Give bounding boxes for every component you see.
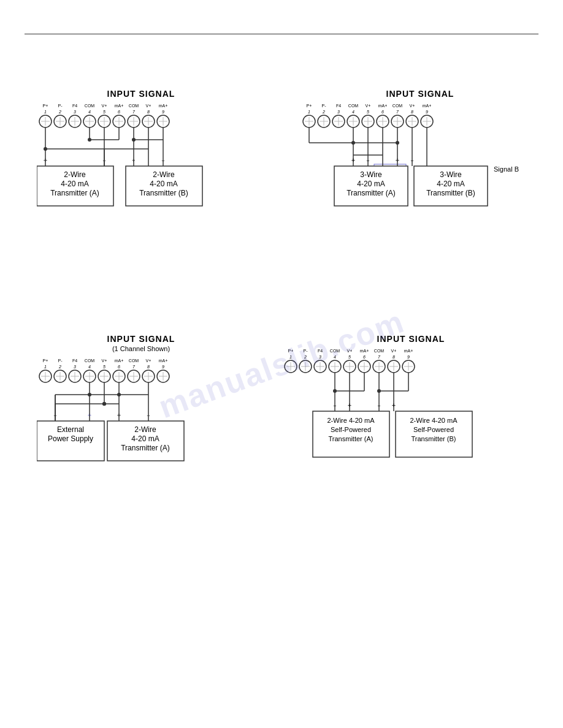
svg-text:Transmitter (B): Transmitter (B) [426, 189, 475, 197]
svg-text:COM: COM [348, 104, 359, 108]
svg-text:F4: F4 [318, 349, 323, 353]
tr-terminals [303, 115, 433, 127]
svg-text:8: 8 [411, 110, 413, 114]
bl-wiring-svg: P+ P- F4 COM V+ mA+ COM V+ mA+ 1 2 3 4 5… [37, 355, 245, 496]
svg-text:1: 1 [44, 110, 47, 114]
svg-text:V+: V+ [102, 358, 107, 363]
svg-text:4: 4 [88, 365, 91, 369]
svg-text:V+: V+ [146, 358, 151, 363]
svg-text:3-Wire: 3-Wire [360, 170, 382, 179]
svg-text:8: 8 [147, 110, 150, 114]
svg-text:COM: COM [393, 104, 403, 108]
svg-text:Power Supply: Power Supply [48, 434, 93, 443]
svg-text:P-: P- [304, 349, 308, 353]
svg-text:8: 8 [393, 355, 395, 359]
br-title: INPUT SIGNAL [282, 334, 540, 344]
svg-text:6: 6 [363, 355, 366, 359]
svg-text:6: 6 [118, 365, 120, 369]
tr-wiring-svg: P+ P- F4 COM V+ mA+ COM V+ mA+ 1 2 3 4 5… [301, 100, 540, 235]
bottom-right-diagram: INPUT SIGNAL P+ P- F4 COM V+ mA+ COM V+ … [282, 334, 540, 486]
svg-text:7: 7 [378, 355, 381, 359]
svg-text:COM: COM [330, 349, 340, 353]
svg-text:1: 1 [289, 355, 292, 359]
svg-text:6: 6 [118, 110, 120, 114]
svg-text:COM: COM [374, 349, 385, 353]
svg-text:3: 3 [337, 110, 340, 114]
svg-text:+: + [392, 401, 396, 409]
svg-text:+: + [348, 401, 351, 409]
svg-text:3: 3 [74, 110, 76, 114]
svg-text:Transmitter (A): Transmitter (A) [329, 435, 373, 442]
svg-point-281 [377, 389, 381, 393]
svg-text:4: 4 [352, 110, 354, 114]
bottom-left-diagram: INPUT SIGNAL (1 Channel Shown) P+ P- F4 … [37, 334, 245, 496]
svg-text:P-: P- [322, 104, 327, 108]
top-rule [25, 34, 538, 34]
svg-point-219 [117, 393, 121, 396]
svg-text:COM: COM [129, 104, 139, 108]
svg-text:Signal B: Signal B [494, 165, 519, 173]
svg-text:V+: V+ [366, 104, 371, 108]
tl-title: INPUT SIGNAL [37, 89, 245, 99]
svg-text:5: 5 [103, 110, 105, 114]
svg-text:9: 9 [407, 355, 410, 359]
svg-text:4-20 mA: 4-20 mA [131, 434, 159, 443]
svg-text:mA+: mA+ [115, 104, 124, 108]
svg-text:V+: V+ [146, 104, 151, 108]
svg-text:mA+: mA+ [115, 358, 124, 363]
top-left-diagram: INPUT SIGNAL P+ P- F4 COM V+ mA+ COM V+ … [37, 89, 245, 235]
top-right-diagram: INPUT SIGNAL P+ P- F4 COM V+ mA+ COM V+ … [301, 89, 540, 235]
svg-text:7: 7 [396, 110, 399, 114]
svg-text:3: 3 [319, 355, 321, 359]
svg-text:V+: V+ [347, 349, 353, 353]
svg-text:mA+: mA+ [404, 349, 413, 353]
svg-text:2-Wire: 2-Wire [64, 170, 86, 179]
svg-text:COM: COM [85, 104, 95, 108]
svg-text:6: 6 [381, 110, 384, 114]
svg-text:P-: P- [58, 358, 63, 363]
svg-text:−: − [410, 157, 413, 164]
svg-text:P-: P- [58, 104, 63, 108]
svg-text:2: 2 [322, 110, 325, 114]
svg-text:7: 7 [132, 110, 136, 114]
svg-text:V+: V+ [102, 104, 107, 108]
svg-text:9: 9 [162, 365, 164, 369]
svg-point-277 [333, 389, 337, 393]
svg-text:2-Wire: 2-Wire [134, 425, 156, 434]
svg-text:P+: P+ [307, 104, 312, 108]
bl-title: INPUT SIGNAL [37, 334, 245, 344]
svg-text:P+: P+ [43, 104, 48, 108]
svg-text:Self-Powered: Self-Powered [331, 426, 371, 433]
tr-title: INPUT SIGNAL [301, 89, 540, 99]
svg-text:mA+: mA+ [423, 104, 432, 108]
svg-text:5: 5 [367, 110, 369, 114]
bl-subtitle: (1 Channel Shown) [37, 345, 245, 352]
svg-text:+: + [351, 156, 355, 164]
svg-point-215 [102, 402, 106, 406]
svg-text:V+: V+ [391, 349, 397, 353]
svg-text:2: 2 [304, 355, 307, 359]
svg-text:2: 2 [58, 365, 61, 369]
svg-text:−: − [377, 403, 380, 409]
svg-text:2-Wire 4-20 mA: 2-Wire 4-20 mA [327, 417, 375, 424]
svg-text:4: 4 [88, 110, 91, 114]
svg-text:F4: F4 [72, 104, 77, 108]
svg-text:Transmitter (B): Transmitter (B) [412, 435, 456, 442]
svg-text:External: External [57, 425, 84, 434]
svg-point-52 [88, 138, 91, 142]
svg-text:mA+: mA+ [159, 104, 168, 108]
page: manualslib.com INPUT SIGNAL P+ P- F4 COM… [0, 0, 563, 728]
svg-text:COM: COM [85, 358, 95, 363]
svg-text:4-20 mA: 4-20 mA [357, 180, 385, 188]
svg-text:8: 8 [147, 365, 150, 369]
svg-text:−: − [366, 157, 369, 164]
svg-text:Self-Powered: Self-Powered [413, 426, 454, 433]
svg-text:COM: COM [129, 358, 139, 363]
svg-text:4: 4 [334, 355, 336, 359]
svg-text:2-Wire: 2-Wire [153, 170, 175, 179]
svg-text:V+: V+ [410, 104, 415, 108]
svg-text:4-20 mA: 4-20 mA [437, 180, 464, 188]
svg-text:5: 5 [103, 365, 105, 369]
svg-text:9: 9 [162, 110, 164, 114]
svg-text:5: 5 [348, 355, 351, 359]
